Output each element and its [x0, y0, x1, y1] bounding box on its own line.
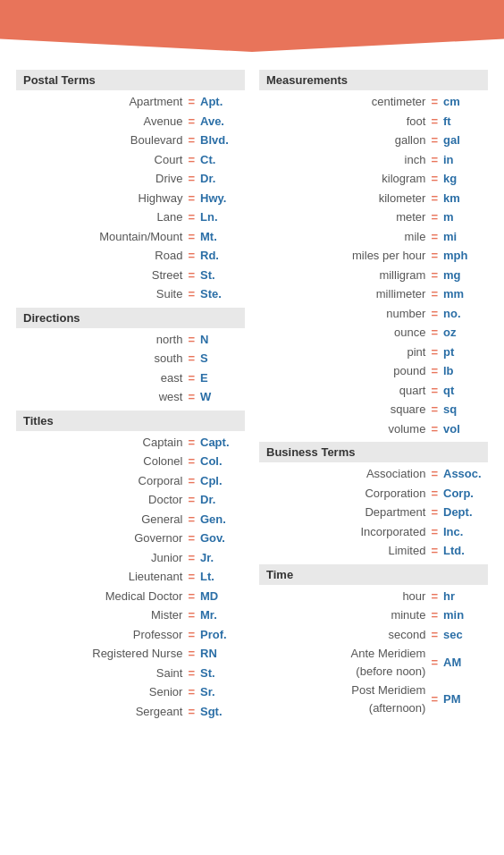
- term-label: Apartment: [16, 93, 182, 111]
- abbr-row: Governor=Gov.: [16, 529, 245, 548]
- abbr-row: square=sq: [259, 400, 488, 419]
- abbr-row: second=sec: [259, 625, 488, 645]
- equals-sign: =: [431, 285, 438, 303]
- abbreviation: min: [443, 606, 488, 624]
- abbr-row: Association=Assoc.: [259, 464, 488, 484]
- abbr-row: Medical Doctor=MD: [16, 587, 245, 606]
- term-label: Junior: [16, 549, 182, 567]
- term-label: miles per hour: [259, 247, 425, 265]
- abbr-row: miles per hour=mph: [259, 246, 488, 266]
- term-label: south: [16, 350, 182, 368]
- abbreviation: Jr.: [200, 549, 245, 567]
- abbr-row: Limited=Ltd.: [259, 541, 488, 561]
- equals-sign: =: [188, 369, 195, 387]
- equals-sign: =: [188, 131, 195, 149]
- section-header-time: Time: [259, 564, 488, 585]
- abbreviation: Dr.: [200, 170, 245, 188]
- abbreviation: Dr.: [200, 491, 245, 509]
- abbreviation: St.: [200, 665, 245, 682]
- term-label: General: [16, 511, 182, 529]
- abbreviation: sq: [443, 401, 488, 419]
- term-label: Professor: [16, 626, 182, 644]
- abbr-row: kilometer=km: [259, 189, 488, 208]
- equals-sign: =: [188, 285, 195, 303]
- abbr-row: kilogram=kg: [259, 169, 488, 189]
- abbreviation: mi: [443, 228, 488, 246]
- section-measurements: Measurementscentimeter=cmfoot=ftgallon=g…: [259, 70, 488, 438]
- abbreviation: Gen.: [200, 511, 245, 529]
- abbr-row: millimeter=mm: [259, 284, 488, 304]
- equals-sign: =: [188, 549, 195, 567]
- abbr-row: Mountain/Mount=Mt.: [16, 227, 245, 247]
- term-label: Department: [259, 504, 425, 521]
- equals-sign: =: [431, 606, 438, 624]
- abbreviation: km: [443, 190, 488, 207]
- term-label: Avenue: [16, 113, 182, 131]
- term-label: Lieutenant: [16, 568, 182, 586]
- abbreviation: Dept.: [443, 504, 488, 521]
- abbreviation: Ste.: [200, 285, 245, 303]
- term-label: Corporation: [259, 485, 425, 503]
- abbreviation: W: [200, 388, 245, 406]
- abbreviation: Ave.: [200, 113, 245, 131]
- abbr-row: Street=St.: [16, 266, 245, 285]
- abbr-row: pint=pt: [259, 343, 488, 362]
- equals-sign: =: [188, 588, 195, 605]
- equals-sign: =: [431, 93, 438, 111]
- section-business: Business TermsAssociation=Assoc.Corporat…: [259, 442, 488, 561]
- term-label: Limited: [259, 542, 425, 560]
- equals-sign: =: [188, 665, 195, 682]
- abbr-row: Avenue=Ave.: [16, 112, 245, 131]
- equals-sign: =: [431, 170, 438, 188]
- equals-sign: =: [188, 453, 195, 470]
- abbr-row: Incorporated=Inc.: [259, 522, 488, 542]
- term-label: Suite: [16, 285, 182, 303]
- abbreviation: qt: [443, 382, 488, 400]
- abbr-row: volume=vol: [259, 419, 488, 439]
- term-label: Post Meridiem(afternoon): [259, 681, 425, 716]
- abbr-row: Registered Nurse=RN: [16, 644, 245, 664]
- equals-sign: =: [431, 465, 438, 483]
- abbreviation: Prof.: [200, 626, 245, 644]
- abbreviation: RN: [200, 645, 245, 663]
- abbreviation: Capt.: [200, 434, 245, 452]
- term-label: meter: [259, 208, 425, 226]
- abbreviation: sec: [443, 626, 488, 644]
- abbreviation: Ln.: [200, 208, 245, 226]
- abbreviation: Sr.: [200, 683, 245, 701]
- abbreviation: Hwy.: [200, 190, 245, 207]
- term-label: foot: [259, 113, 425, 131]
- abbr-row: gallon=gal: [259, 131, 488, 150]
- term-label: Highway: [16, 190, 182, 207]
- term-label: mile: [259, 228, 425, 246]
- term-label: Saint: [16, 665, 182, 682]
- equals-sign: =: [431, 208, 438, 226]
- abbr-row: Apartment=Apt.: [16, 92, 245, 112]
- abbr-row: Post Meridiem(afternoon)=PM: [259, 681, 488, 717]
- abbr-row: Drive=Dr.: [16, 169, 245, 189]
- abbreviation: Cpl.: [200, 472, 245, 490]
- term-label: Ante Meridiem(before noon): [259, 645, 425, 680]
- equals-sign: =: [431, 324, 438, 342]
- section-header-business: Business Terms: [259, 442, 488, 462]
- equals-sign: =: [431, 420, 438, 438]
- abbreviation: Blvd.: [200, 131, 245, 149]
- abbr-row: minute=min: [259, 605, 488, 625]
- abbreviation: Apt.: [200, 93, 245, 111]
- term-label: Street: [16, 267, 182, 284]
- abbreviation: St.: [200, 267, 245, 284]
- abbr-row: Highway=Hwy.: [16, 189, 245, 208]
- section-titles: TitlesCaptain=Capt.Colonel=Col.Corporal=…: [16, 411, 245, 722]
- section-time: Timehour=hrminute=minsecond=secAnte Meri…: [259, 564, 488, 718]
- equals-sign: =: [431, 588, 438, 605]
- equals-sign: =: [188, 388, 195, 406]
- equals-sign: =: [431, 305, 438, 323]
- term-label: volume: [259, 420, 425, 438]
- abbr-row: meter=m: [259, 207, 488, 227]
- term-label: kilogram: [259, 170, 425, 188]
- term-label: Sergeant: [16, 703, 182, 721]
- equals-sign: =: [431, 343, 438, 361]
- equals-sign: =: [431, 382, 438, 400]
- equals-sign: =: [188, 703, 195, 721]
- equals-sign: =: [188, 113, 195, 131]
